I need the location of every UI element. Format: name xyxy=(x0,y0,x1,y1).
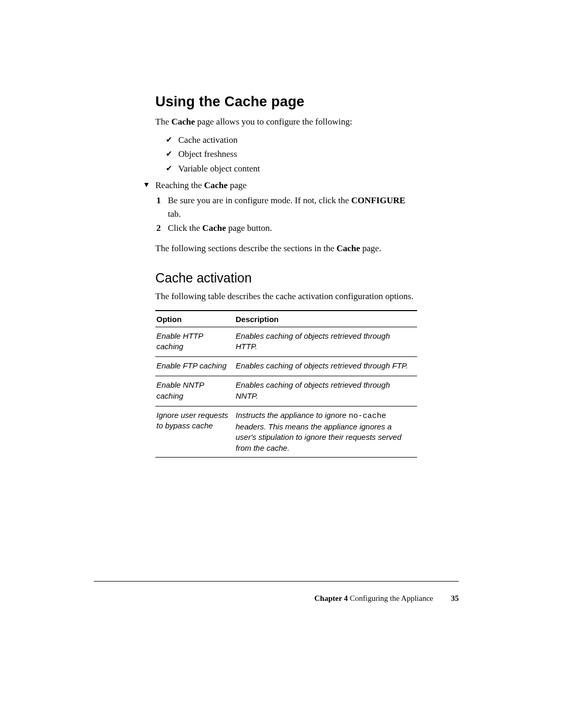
step-item: Click the Cache page button. xyxy=(155,221,417,235)
th-description: Description xyxy=(235,311,417,327)
heading-using-cache: Using the Cache page xyxy=(155,94,417,110)
desc-pre: Instructs the appliance to ignore xyxy=(236,411,349,419)
table-row: Ignore user requests to bypass cache Ins… xyxy=(155,406,417,457)
cell-description: Instructs the appliance to ignore no-cac… xyxy=(235,406,417,457)
after-steps-paragraph: The following sections describe the sect… xyxy=(155,242,417,255)
cell-option: Ignore user requests to bypass cache xyxy=(155,406,235,457)
table-header-row: Option Description xyxy=(155,311,417,327)
proc-lead-bold: Cache xyxy=(204,180,227,190)
step-item: Be sure you are in configure mode. If no… xyxy=(155,194,417,220)
bullet-item: Object freshness xyxy=(166,147,417,161)
footer-page-number: 35 xyxy=(451,594,459,602)
intro-bold: Cache xyxy=(172,117,195,127)
bullet-item: Cache activation xyxy=(166,133,417,147)
desc-pre: Enables caching of objects retrieved thr… xyxy=(236,331,390,351)
procedure-heading: Reaching the Cache page xyxy=(146,180,417,191)
options-table: Option Description Enable HTTP caching E… xyxy=(155,310,417,458)
proc-lead-pre: Reaching the xyxy=(155,180,204,190)
cell-description: Enables caching of objects retrieved thr… xyxy=(235,327,417,357)
footer-chapter-label: Chapter 4 xyxy=(314,594,348,602)
desc-pre: Enables caching of objects retrieved thr… xyxy=(236,361,408,370)
table-row: Enable NNTP caching Enables caching of o… xyxy=(155,376,417,406)
proc-lead-post: page xyxy=(228,180,247,190)
cell-option: Enable HTTP caching xyxy=(155,327,235,357)
check-list: Cache activation Object freshness Variab… xyxy=(166,133,417,176)
procedure-steps: Be sure you are in configure mode. If no… xyxy=(155,194,417,235)
table-intro: The following table describes the cache … xyxy=(155,291,417,303)
footer-chapter-title: Configuring the Appliance xyxy=(348,594,433,602)
intro-post: page allows you to configure the followi… xyxy=(195,117,352,127)
cell-option: Enable NNTP caching xyxy=(155,376,235,406)
th-option: Option xyxy=(155,311,235,327)
step-pre: Be sure you are in configure mode. If no… xyxy=(168,195,351,205)
desc-post: headers. This means the appliance ignore… xyxy=(236,422,401,452)
step-bold: CONFIGURE xyxy=(351,195,406,205)
cell-description: Enables caching of objects retrieved thr… xyxy=(235,376,417,406)
cell-option: Enable FTP caching xyxy=(155,357,235,376)
after-post: page. xyxy=(360,243,382,253)
desc-pre: Enables caching of objects retrieved thr… xyxy=(236,380,390,400)
page-footer: Chapter 4 Configuring the Appliance35 xyxy=(94,581,459,603)
table-row: Enable FTP caching Enables caching of ob… xyxy=(155,357,417,376)
step-bold: Cache xyxy=(202,223,226,233)
page: Using the Cache page The Cache page allo… xyxy=(0,0,563,728)
after-pre: The following sections describe the sect… xyxy=(155,243,336,253)
intro-pre: The xyxy=(155,117,172,127)
desc-code: no-cache xyxy=(349,412,386,421)
table-row: Enable HTTP caching Enables caching of o… xyxy=(155,327,417,357)
procedure-block: Reaching the Cache page Be sure you are … xyxy=(146,180,417,235)
bullet-item: Variable object content xyxy=(166,162,417,176)
heading-cache-activation: Cache activation xyxy=(155,270,417,286)
step-post: tab. xyxy=(168,209,181,219)
step-post: page button. xyxy=(226,223,272,233)
step-pre: Click the xyxy=(168,223,202,233)
intro-paragraph: The Cache page allows you to configure t… xyxy=(155,116,417,128)
after-bold: Cache xyxy=(336,243,360,253)
cell-description: Enables caching of objects retrieved thr… xyxy=(235,357,417,376)
